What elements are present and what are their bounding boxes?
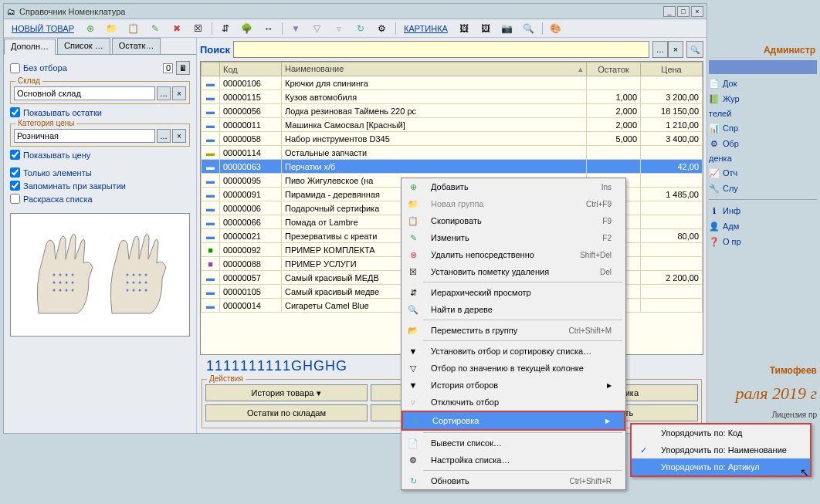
tb-refresh-icon[interactable]: ↻ [351, 21, 371, 36]
ctx-move-group[interactable]: 📂Переместить в группуCtrl+Shift+M [402, 322, 625, 339]
search-clear-button[interactable]: × [668, 41, 683, 58]
table-row[interactable]: ▬ 00000115 Кузов автомобиля 1,000 3 200,… [202, 90, 703, 104]
col-price[interactable]: Цена [641, 63, 703, 76]
qty-field[interactable] [163, 63, 173, 73]
table-row[interactable]: ▬ 00000056 Лодка резиновая Таймень 220 р… [202, 104, 703, 118]
close-button[interactable]: × [691, 6, 703, 17]
tb-pic2-icon[interactable]: 🖼 [476, 21, 496, 36]
sort-by-code[interactable]: Упорядочить по: Код [632, 425, 810, 441]
price-category-field[interactable] [14, 129, 155, 143]
bg-link-jur[interactable]: 📗Жур [709, 91, 817, 107]
search-select-button[interactable]: … [652, 41, 668, 58]
show-stock-checkbox[interactable] [10, 107, 20, 117]
warehouse-clear-button[interactable]: × [172, 86, 186, 100]
tb-mark-icon[interactable]: ☒ [188, 21, 208, 36]
svg-point-10 [65, 289, 67, 292]
warehouse-select-button[interactable]: … [157, 86, 171, 100]
price-cat-select-button[interactable]: … [157, 129, 171, 143]
col-icon[interactable] [202, 63, 220, 76]
ctx-new-group[interactable]: 📁Новая группаCtrl+F9 [402, 195, 625, 212]
picture-button[interactable]: КАРТИНКА [399, 24, 452, 33]
bg-user: Тимофеев [770, 365, 817, 376]
tb-hier2-icon[interactable]: 🌳 [237, 21, 257, 36]
tb-filter2-icon[interactable]: ▽ [307, 21, 327, 36]
ctx-mark-delete[interactable]: ☒Установить пометку удаленияDel [402, 263, 625, 280]
ctx-filter-by-value[interactable]: ▽Отбор по значению в текущей колонке [402, 360, 625, 377]
show-price-checkbox[interactable] [10, 150, 20, 160]
funnel2-icon: ▽ [311, 22, 324, 35]
bg-link-doc[interactable]: 📄Док [709, 76, 817, 91]
tb-filter1-icon[interactable]: ▼ [286, 21, 306, 36]
table-row[interactable]: ▬ 00000063 Перчатки х/б 42,00 [202, 160, 703, 174]
sort-by-name[interactable]: ✓Упорядочить по: Наименование [632, 441, 810, 458]
minimize-button[interactable]: _ [663, 6, 676, 17]
table-row[interactable]: ▬ 00000011 Машинка Самосвал [Красный] 2,… [202, 118, 703, 132]
tb-pic3-icon[interactable]: 📷 [497, 21, 517, 36]
ctx-sort[interactable]: ⇅Сортировка▶ [403, 412, 624, 429]
tb-edit-icon[interactable]: ✎ [145, 21, 165, 36]
tabs: Дополн… Список … Остатк… [4, 38, 196, 55]
svg-point-13 [132, 274, 134, 276]
bg-link-slu[interactable]: 🔧Слу [709, 181, 817, 196]
bg-link-obr[interactable]: ⚙Обр [709, 136, 817, 151]
table-row[interactable]: ▬ 00000106 Крючки для спининга [202, 76, 703, 90]
tab-list[interactable]: Список … [57, 38, 110, 54]
tb-add-icon[interactable]: ⊕ [80, 21, 100, 36]
no-filter-checkbox[interactable] [10, 63, 20, 73]
table-row[interactable]: ▬ 00000114 Остальные запчасти [202, 146, 703, 160]
history-button[interactable]: История товара ▾ [205, 384, 368, 401]
tb-color-icon[interactable]: 🎨 [546, 21, 566, 36]
ctx-add[interactable]: ⊕ДобавитьIns [402, 178, 625, 195]
tb-move-icon[interactable]: ↔ [259, 21, 279, 36]
only-elements-checkbox[interactable] [10, 167, 20, 178]
svg-point-6 [65, 282, 67, 284]
ctx-edit[interactable]: ✎ИзменитьF2 [402, 229, 625, 246]
search-input[interactable] [233, 41, 649, 58]
ctx-find-tree[interactable]: 🔍Найти в дереве [402, 301, 625, 318]
new-item-button[interactable]: НОВЫЙ ТОВАР [7, 24, 79, 33]
ctx-output[interactable]: 📄Вывести список… [402, 435, 625, 452]
bg-link-adm[interactable]: 👤Адм [709, 218, 817, 234]
ctx-copy[interactable]: 📋СкопироватьF9 [402, 212, 625, 229]
ctx-filter-history[interactable]: ▼История отборов▶ [402, 377, 625, 394]
sort-by-articul[interactable]: Упорядочить по: Артикул [632, 458, 810, 475]
ctx-refresh[interactable]: ↻ОбновитьCtrl+Shift+R [402, 472, 625, 489]
tb-zoom-icon[interactable]: 🔍 [519, 21, 539, 36]
warehouse-field[interactable] [14, 86, 155, 100]
tab-additional[interactable]: Дополн… [4, 39, 56, 55]
maximize-button[interactable]: □ [677, 6, 690, 17]
stock-by-warehouse-button[interactable]: Остатки по складам [205, 404, 368, 421]
cell-stock: 2,000 [587, 104, 641, 118]
tb-settings-icon[interactable]: ⚙ [372, 21, 392, 36]
ctx-list-settings[interactable]: ⚙Настройка списка… [402, 452, 625, 468]
col-name[interactable]: Наименование▴ [282, 63, 587, 76]
ctx-set-filter[interactable]: ▼Установить отбор и сортировку списка… [402, 343, 625, 360]
tb-filter3-icon[interactable]: ▿ [329, 21, 349, 36]
col-code[interactable]: Код [220, 63, 282, 76]
tb-delete-icon[interactable]: ✖ [167, 21, 187, 36]
ctx-disable-filter[interactable]: ▿Отключить отбор [402, 394, 625, 411]
ctx-delete[interactable]: ⊗Удалить непосредственноShift+Del [402, 246, 625, 263]
qty-calc-button[interactable]: 🖩 [176, 61, 190, 75]
tb-add-folder-icon[interactable]: 📁 [102, 21, 122, 36]
colorize-checkbox[interactable] [10, 194, 20, 204]
ctx-hierarchy[interactable]: ⇵Иерархический просмотр [402, 284, 625, 301]
tb-copy-icon[interactable]: 📋 [124, 21, 144, 36]
funnel-history-icon: ▼ [405, 377, 422, 393]
actions-title: Действия [207, 374, 246, 383]
cell-code: 00000014 [220, 299, 282, 313]
svg-point-0 [53, 274, 55, 276]
bg-link-opr[interactable]: ❓О пр [709, 234, 817, 249]
cell-code: 00000115 [220, 90, 282, 104]
tb-pic1-icon[interactable]: 🖼 [454, 21, 474, 36]
table-row[interactable]: ▬ 00000058 Набор инструментов D345 5,000… [202, 132, 703, 146]
remember-checkbox[interactable] [10, 181, 20, 191]
bg-link-spr[interactable]: 📊Спр [709, 120, 817, 136]
tb-hier1-icon[interactable]: ⇵ [215, 21, 235, 36]
search-go-button[interactable]: 🔍 [686, 41, 703, 58]
col-stock[interactable]: Остаток [587, 63, 641, 76]
tab-stock[interactable]: Остатк… [112, 38, 161, 54]
bg-link-otch[interactable]: 📈Отч [709, 165, 817, 181]
bg-link-inf[interactable]: ℹИнф [709, 203, 817, 218]
price-cat-clear-button[interactable]: × [172, 129, 186, 143]
